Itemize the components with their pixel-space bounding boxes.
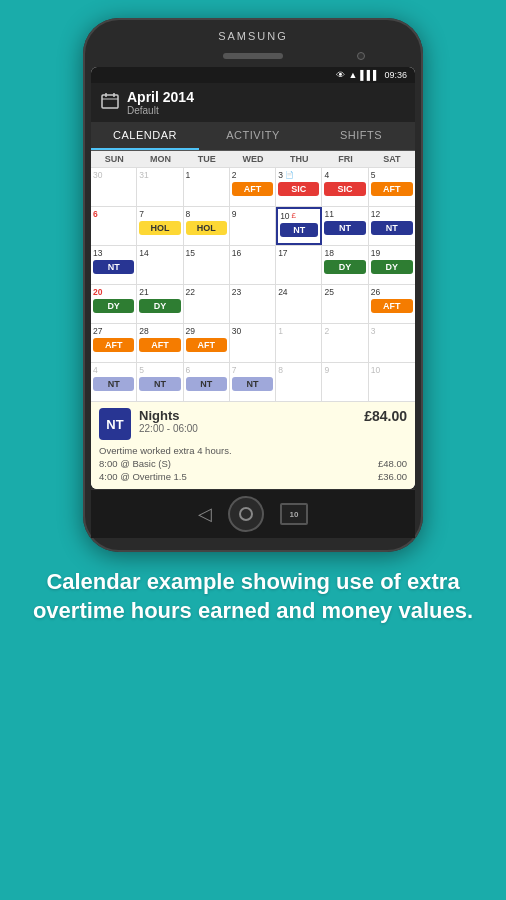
shift-dy-19: DY: [371, 260, 413, 274]
phone-shell: SAMSUNG 👁 ▲ ▌▌▌ 09:36: [83, 18, 423, 552]
tabs-bar: CALENDAR ACTIVITY SHIFTS: [91, 122, 415, 151]
day-header-fri: FRI: [322, 151, 368, 167]
cell-14[interactable]: 14: [137, 246, 183, 284]
cell-3-next[interactable]: 3: [369, 324, 415, 362]
cell-22[interactable]: 22: [184, 285, 230, 323]
cal-row-3: 13 NT 14 15 16 17 18 DY 19 DY: [91, 245, 415, 284]
shift-nt-5n: NT: [139, 377, 180, 391]
phone-screen: 👁 ▲ ▌▌▌ 09:36 April 2014 Default: [91, 67, 415, 489]
tab-shifts[interactable]: SHIFTS: [307, 122, 415, 150]
cell-3[interactable]: 3 📄 SIC: [276, 168, 322, 206]
cell-8[interactable]: 8 HOL: [184, 207, 230, 245]
cell-30-prev[interactable]: 30: [91, 168, 137, 206]
shift-dy-18: DY: [324, 260, 365, 274]
time-display: 09:36: [384, 70, 407, 80]
home-btn[interactable]: [228, 496, 264, 532]
detail-line-1: 8:00 @ Basic (S) £48.00: [99, 457, 407, 470]
cell-25[interactable]: 25: [322, 285, 368, 323]
detail-amount-2: £36.00: [378, 471, 407, 482]
cell-15[interactable]: 15: [184, 246, 230, 284]
status-bar: 👁 ▲ ▌▌▌ 09:36: [91, 67, 415, 83]
detail-note: Overtime worked extra 4 hours.: [99, 445, 232, 456]
cell-8-next[interactable]: 8: [276, 363, 322, 401]
shift-hol-7: HOL: [139, 221, 180, 235]
shift-nt-13: NT: [93, 260, 134, 274]
cell-27[interactable]: 27 AFT: [91, 324, 137, 362]
cal-row-5: 27 AFT 28 AFT 29 AFT 30 1 2 3: [91, 323, 415, 362]
detail-line-2: 4:00 @ Overtime 1.5 £36.00: [99, 470, 407, 483]
shift-aft-29: AFT: [186, 338, 227, 352]
shift-sic-4: SIC: [324, 182, 365, 196]
tab-calendar[interactable]: CALENDAR: [91, 122, 199, 150]
cell-30[interactable]: 30: [230, 324, 276, 362]
cell-28[interactable]: 28 AFT: [137, 324, 183, 362]
cell-5[interactable]: 5 AFT: [369, 168, 415, 206]
header-month: April 2014: [127, 89, 405, 105]
detail-text: Nights 22:00 - 06:00: [139, 408, 356, 434]
cell-6-next[interactable]: 6 NT: [184, 363, 230, 401]
cell-29[interactable]: 29 AFT: [184, 324, 230, 362]
day-header-sat: SAT: [369, 151, 415, 167]
cell-17[interactable]: 17: [276, 246, 322, 284]
cell-10[interactable]: 10 £ NT: [276, 207, 322, 245]
cell-7[interactable]: 7 HOL: [137, 207, 183, 245]
cell-11[interactable]: 11 NT: [322, 207, 368, 245]
cell-2[interactable]: 2 AFT: [230, 168, 276, 206]
shift-nt-11: NT: [324, 221, 365, 235]
cal-row-2: 6 7 HOL 8 HOL 9 10 £ NT 11 NT: [91, 206, 415, 245]
cell-16[interactable]: 16: [230, 246, 276, 284]
cell-31-prev[interactable]: 31: [137, 168, 183, 206]
cell-9-next[interactable]: 9: [322, 363, 368, 401]
cell-12[interactable]: 12 NT: [369, 207, 415, 245]
detail-shift-name: Nights: [139, 408, 356, 423]
cell-24[interactable]: 24: [276, 285, 322, 323]
shift-aft-28: AFT: [139, 338, 180, 352]
cell-23[interactable]: 23: [230, 285, 276, 323]
svg-rect-0: [102, 95, 118, 108]
wifi-icon: ▲: [348, 70, 357, 80]
detail-time: 22:00 - 06:00: [139, 423, 356, 434]
detail-total: £84.00: [364, 408, 407, 424]
shift-dy-21: DY: [139, 299, 180, 313]
header-text-block: April 2014 Default: [127, 89, 405, 116]
cell-13[interactable]: 13 NT: [91, 246, 137, 284]
cell-5-next[interactable]: 5 NT: [137, 363, 183, 401]
phone-camera: [357, 52, 365, 60]
header-sub: Default: [127, 105, 405, 116]
phone-top-bar: [91, 45, 415, 67]
cell-6[interactable]: 6: [91, 207, 137, 245]
cell-18[interactable]: 18 DY: [322, 246, 368, 284]
cell-1[interactable]: 1: [184, 168, 230, 206]
back-btn[interactable]: ◁: [198, 503, 212, 525]
shift-sic-3: SIC: [278, 182, 319, 196]
tab-activity[interactable]: ACTIVITY: [199, 122, 307, 150]
cell-1-next[interactable]: 1: [276, 324, 322, 362]
cell-26[interactable]: 26 AFT: [369, 285, 415, 323]
day-headers: SUN MON TUE WED THU FRI SAT: [91, 151, 415, 167]
cal-row-6: 4 NT 5 NT 6 NT 7 NT 8 9 10: [91, 362, 415, 401]
cell-10-next[interactable]: 10: [369, 363, 415, 401]
cell-7-next[interactable]: 7 NT: [230, 363, 276, 401]
cell-21[interactable]: 21 DY: [137, 285, 183, 323]
app-header: April 2014 Default: [91, 83, 415, 122]
brand-name: SAMSUNG: [91, 30, 415, 42]
cell-4[interactable]: 4 SIC: [322, 168, 368, 206]
calendar-grid: SUN MON TUE WED THU FRI SAT 30 31 1 2 AF…: [91, 151, 415, 401]
detail-panel: NT Nights 22:00 - 06:00 £84.00 Overtime …: [91, 401, 415, 489]
shift-hol-8: HOL: [186, 221, 227, 235]
calendar-nav-icon[interactable]: 10: [280, 503, 308, 525]
shift-dy-20: DY: [93, 299, 134, 313]
cell-2-next[interactable]: 2: [322, 324, 368, 362]
cell-9[interactable]: 9: [230, 207, 276, 245]
detail-nt-badge: NT: [99, 408, 131, 440]
day-header-mon: MON: [137, 151, 183, 167]
cal-row-4: 20 DY 21 DY 22 23 24 25 26 AFT: [91, 284, 415, 323]
shift-nt-12: NT: [371, 221, 413, 235]
day-header-tue: TUE: [184, 151, 230, 167]
cell-19[interactable]: 19 DY: [369, 246, 415, 284]
cal-row-1: 30 31 1 2 AFT 3 📄 SIC 4 SIC 5 AFT: [91, 167, 415, 206]
day-header-thu: THU: [276, 151, 322, 167]
shift-nt-6n: NT: [186, 377, 227, 391]
cell-20[interactable]: 20 DY: [91, 285, 137, 323]
cell-4-next[interactable]: 4 NT: [91, 363, 137, 401]
